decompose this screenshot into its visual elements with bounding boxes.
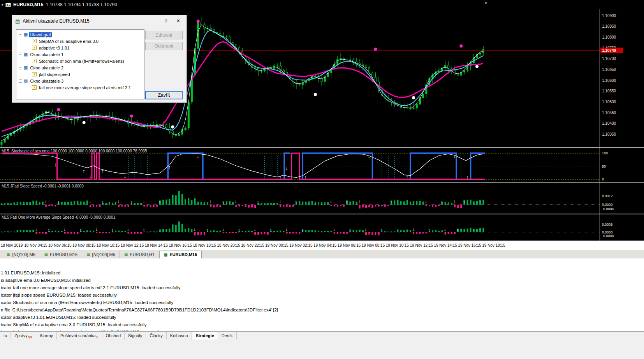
dialog-titlebar[interactable]: ▤ Aktivní ukazatele EURUSD,M15 ? × bbox=[12, 15, 187, 27]
tree-item-label: Okno ukazatele 3 bbox=[29, 79, 64, 83]
dialog-close-icon[interactable]: × bbox=[173, 18, 183, 25]
tree-item-label: jfatl slope speed bbox=[38, 72, 71, 77]
terminal-tab-label: Obchod bbox=[106, 333, 121, 338]
time-label: 19 Nov 02:15 bbox=[289, 243, 313, 248]
log-row[interactable]: icator fatl one more average slope speed… bbox=[0, 329, 644, 331]
log-row[interactable]: icator jfatl slope speed EURUSD,M15: loa… bbox=[0, 292, 644, 299]
dropdown-caret-icon[interactable]: ▼ bbox=[484, 2, 487, 5]
svg-text:1.10400: 1.10400 bbox=[602, 121, 616, 126]
indicator-fx-icon: ƒ bbox=[32, 39, 37, 43]
up-arrow-icon: ↑ bbox=[466, 174, 469, 180]
svg-text:0.0000: 0.0000 bbox=[602, 230, 613, 234]
down-arrow-icon: ↓ bbox=[123, 173, 126, 179]
edit-button[interactable]: Editovat bbox=[145, 31, 183, 39]
down-arrow-icon: ↓ bbox=[234, 198, 237, 204]
log-row[interactable]: icator Stochastic of ocn nma (fl+mtf+arr… bbox=[0, 299, 644, 306]
terminal-tab-sign-ly[interactable]: Signály bbox=[125, 332, 146, 340]
time-label: 19 Nov 00:15 bbox=[265, 243, 289, 248]
up-arrow-icon: ↑ bbox=[456, 227, 459, 233]
tree-item-indicator[interactable]: ƒStepMA of rsi adaptive ema 3.0 bbox=[16, 38, 144, 44]
tree-item-label: adaptive t3 1.01 bbox=[38, 46, 70, 50]
tree-collapse-icon[interactable]: − bbox=[19, 66, 22, 69]
time-label: 19 Nov 06:15 bbox=[338, 243, 361, 248]
log-row[interactable]: icator adaptive t3 1.01 EURUSD,M15: load… bbox=[0, 314, 644, 321]
remove-button[interactable]: Odstranit bbox=[145, 42, 183, 50]
tree-collapse-icon[interactable]: − bbox=[19, 53, 22, 56]
chart-tab-icon: ▦ bbox=[164, 253, 167, 257]
time-label: 19 Nov 18:15 bbox=[482, 243, 505, 248]
up-arrow-icon: ↑ bbox=[345, 199, 348, 205]
chart-icon bbox=[5, 3, 11, 7]
log-row[interactable]: icator fatl one more average slope speed… bbox=[0, 284, 644, 292]
time-axis[interactable]: 18 Nov 201918 Nov 04:1518 Nov 06:1518 No… bbox=[0, 241, 644, 250]
tree-item-window[interactable]: −▦Hlavní graf bbox=[16, 31, 144, 38]
indicator-list-icon: ▤ bbox=[15, 18, 20, 24]
tree-item-window[interactable]: −▦Okno ukazatele 2 bbox=[16, 64, 144, 71]
terminal-tab-alarmy[interactable]: Alarmy bbox=[36, 332, 57, 340]
close-button[interactable]: Zavřít bbox=[145, 91, 183, 99]
signal-dot-white bbox=[314, 93, 317, 96]
terminal-tab-knihovna[interactable]: Knihovna bbox=[167, 332, 192, 340]
chart-tab[interactable]: ▦EURUSD,H1 bbox=[120, 251, 159, 258]
terminal-tab-strategie[interactable]: Strategie bbox=[192, 332, 218, 340]
log-row[interactable]: n file 'C:\Users\bedna\AppData\Roaming\M… bbox=[0, 306, 644, 314]
time-label: 18 Nov 18:15 bbox=[193, 243, 216, 248]
terminal-tab-po-tovn-schr-nka[interactable]: Poštovní schránka8 bbox=[57, 332, 102, 340]
up-arrow-icon: ↑ bbox=[101, 168, 104, 174]
terminal-tab-tu[interactable]: tu bbox=[0, 332, 11, 340]
tree-collapse-icon[interactable]: − bbox=[19, 79, 22, 83]
terminal-tab-label: Deník bbox=[222, 333, 233, 338]
chart-window-icon: ▦ bbox=[24, 52, 28, 57]
chart-tab[interactable]: ▦[NQ100],M5 bbox=[2, 251, 40, 258]
time-label: 18 Nov 12:15 bbox=[121, 243, 144, 248]
up-arrow-icon: ↑ bbox=[222, 199, 225, 205]
indicators-dialog: ▤ Aktivní ukazatele EURUSD,M15 ? × −▦Hla… bbox=[12, 15, 187, 103]
chart-window-icon: ▦ bbox=[24, 32, 28, 37]
up-arrow-icon: ↑ bbox=[79, 227, 82, 233]
chart-tab[interactable]: ▦EURUSD,M15 bbox=[159, 251, 202, 258]
up-arrow-icon: ↑ bbox=[168, 164, 171, 170]
up-arrow-icon: ↑ bbox=[380, 227, 383, 233]
time-label: 18 Nov 06:15 bbox=[48, 243, 72, 248]
jfatl-canvas[interactable]: ↓↑↓↑↓↑↓↑↓↑↓↑↓↑↓↑↓↑↓↑↓↑0.00120.0000-0.000… bbox=[0, 183, 644, 214]
tree-item-window[interactable]: −▦Okno ukazatele 1 bbox=[16, 51, 144, 58]
down-arrow-icon: ↓ bbox=[453, 198, 456, 204]
stochastic-canvas[interactable]: ↓↓↓↓↓↓↓↑↑↑↑↑↑↑100500 bbox=[0, 148, 644, 182]
chart-titlebar: ▾ EURUSD,M15 1.10738 1.10794 1.10738 1.1… bbox=[0, 0, 644, 9]
log-row[interactable]: si adaptive ema 3.0 EURUSD,M15: initiali… bbox=[0, 277, 644, 284]
terminal-tab-den-k[interactable]: Deník bbox=[218, 332, 237, 340]
log-row[interactable]: 1.01 EURUSD,M15: initialized bbox=[0, 269, 644, 277]
terminal-tab-zpr-vy[interactable]: Zprávy99 bbox=[11, 332, 36, 340]
up-arrow-icon: ↑ bbox=[295, 199, 297, 205]
chart-ohlc-quotes: 1.10738 1.10794 1.10738 1.10790 bbox=[46, 2, 117, 7]
svg-text:-0.0006: -0.0006 bbox=[602, 207, 614, 211]
tree-item-indicator[interactable]: ƒStochastic of ocn nma (fl+mtf+arrows+al… bbox=[16, 58, 144, 64]
down-arrow-icon: ↓ bbox=[368, 153, 370, 159]
window-caret-icon[interactable]: ▾ bbox=[2, 3, 3, 7]
jfatl-panel-title: M15 JFatl Slope Speed -0.0001 -0.0001 0.… bbox=[2, 184, 84, 188]
signal-dot-magenta bbox=[459, 44, 463, 48]
down-arrow-icon: ↓ bbox=[54, 161, 56, 168]
chart-tab[interactable]: ▦EURUSD,M15 bbox=[40, 251, 82, 258]
svg-text:0.0012: 0.0012 bbox=[602, 194, 613, 198]
chart-tab[interactable]: ▦[NQ100],M5 bbox=[82, 251, 120, 258]
time-label: 19 Nov 04:15 bbox=[313, 243, 337, 248]
tree-item-indicator[interactable]: ƒjfatl slope speed bbox=[16, 71, 144, 78]
svg-text:0.0000: 0.0000 bbox=[602, 203, 613, 207]
stoch-blue-step bbox=[410, 153, 456, 179]
tree-item-window[interactable]: −▦Okno ukazatele 3 bbox=[16, 78, 144, 84]
log-row[interactable]: icator StepMA of rsi adaptive ema 3.0 EU… bbox=[0, 321, 644, 329]
terminal-tab-obchod[interactable]: Obchod bbox=[102, 332, 125, 340]
down-arrow-icon: ↓ bbox=[453, 153, 456, 159]
terminal-tab--l-nky[interactable]: Články bbox=[146, 332, 167, 340]
tree-collapse-icon[interactable]: − bbox=[19, 33, 22, 36]
down-arrow-icon: ↓ bbox=[364, 226, 367, 232]
tree-item-indicator[interactable]: ƒadaptive t3 1.01 bbox=[16, 44, 144, 51]
indicator-tree[interactable]: −▦Hlavní grafƒStepMA of rsi adaptive ema… bbox=[16, 29, 144, 99]
dialog-help-button[interactable]: ? bbox=[161, 18, 171, 24]
tree-item-indicator[interactable]: ƒfatl one more average slope speed alert… bbox=[16, 84, 144, 91]
up-arrow-icon: ↑ bbox=[463, 199, 465, 205]
time-label: 18 Nov 14:15 bbox=[145, 243, 168, 248]
down-arrow-icon: ↓ bbox=[89, 198, 91, 204]
stochastic-panel: M15 Stochastic of ocn nma 100.0000 100.0… bbox=[0, 147, 644, 182]
